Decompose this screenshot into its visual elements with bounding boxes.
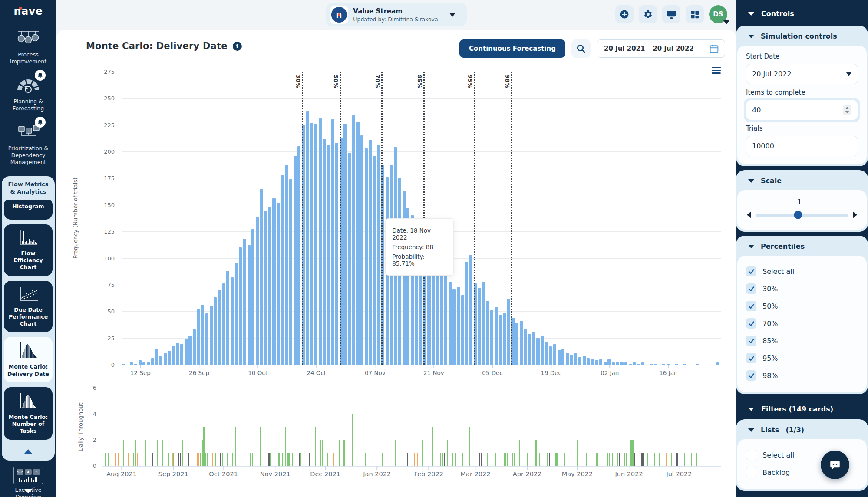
scale-slider[interactable] xyxy=(756,214,848,217)
display-monitor-button[interactable] xyxy=(662,5,680,23)
throughput-bar[interactable] xyxy=(612,453,613,466)
histogram-bar[interactable] xyxy=(188,336,191,365)
throughput-bar[interactable] xyxy=(414,453,415,466)
percentile-98[interactable]: 98% xyxy=(746,367,858,384)
percentile-85[interactable]: 85% xyxy=(746,332,858,349)
throughput-bar[interactable] xyxy=(479,453,480,466)
throughput-bar[interactable] xyxy=(641,453,642,466)
throughput-bar[interactable] xyxy=(123,440,124,466)
throughput-bar[interactable] xyxy=(619,453,620,466)
histogram-bar[interactable] xyxy=(696,364,699,365)
throughput-bar[interactable] xyxy=(630,440,631,466)
histogram-bar[interactable] xyxy=(633,362,636,365)
date-range-input[interactable]: 20 Jul 2021 – 20 Jul 2022 xyxy=(597,39,725,58)
histogram-bar[interactable] xyxy=(419,271,422,365)
throughput-bar[interactable] xyxy=(659,453,660,466)
throughput-bar[interactable] xyxy=(389,440,389,466)
throughput-bar[interactable] xyxy=(691,453,692,466)
percentile-30[interactable]: 30% xyxy=(746,280,858,297)
throughput-bar[interactable] xyxy=(227,453,228,466)
throughput-bar[interactable] xyxy=(555,453,556,466)
histogram-bar[interactable] xyxy=(553,344,556,365)
histogram-bar[interactable] xyxy=(139,360,142,365)
histogram-bar[interactable] xyxy=(641,362,644,365)
checkbox-checked-icon[interactable] xyxy=(746,283,756,294)
histogram-bar[interactable] xyxy=(297,146,300,365)
throughput-bar[interactable] xyxy=(270,453,271,466)
histogram-bar[interactable] xyxy=(164,353,167,365)
throughput-bar[interactable] xyxy=(539,453,540,466)
histogram-bar[interactable] xyxy=(205,313,208,365)
throughput-bar[interactable] xyxy=(327,453,328,466)
histogram-bar[interactable] xyxy=(289,179,292,365)
histogram-bar[interactable] xyxy=(578,357,581,365)
histogram-bar[interactable] xyxy=(528,334,531,365)
checkbox-unchecked-icon[interactable] xyxy=(746,450,756,460)
histogram-bar[interactable] xyxy=(566,353,569,365)
throughput-bar[interactable] xyxy=(250,453,251,466)
settings-gear-button[interactable] xyxy=(639,5,657,23)
histogram-bar[interactable] xyxy=(461,295,464,365)
start-date-select[interactable]: 20 Jul 2022 xyxy=(746,64,858,84)
chat-button[interactable] xyxy=(821,451,849,479)
histogram-bar[interactable] xyxy=(452,289,455,365)
histogram-bar[interactable] xyxy=(486,301,489,365)
histogram-bar[interactable] xyxy=(520,321,523,365)
throughput-bar[interactable] xyxy=(586,453,587,466)
throughput-bar[interactable] xyxy=(422,440,423,466)
histogram-bar[interactable] xyxy=(356,122,359,365)
throughput-bar[interactable] xyxy=(609,453,610,466)
sidebar-chart-histogram[interactable]: Histogram xyxy=(4,198,53,220)
throughput-bar[interactable] xyxy=(252,453,253,466)
throughput-bar[interactable] xyxy=(202,440,203,466)
continuous-forecasting-button[interactable]: Continuous Forecasting xyxy=(459,39,565,58)
throughput-bar[interactable] xyxy=(452,453,453,466)
histogram-bar[interactable] xyxy=(377,145,380,365)
histogram-bar[interactable] xyxy=(583,356,586,365)
throughput-bar[interactable] xyxy=(198,453,199,466)
throughput-bar[interactable] xyxy=(487,453,488,466)
throughput-bar[interactable] xyxy=(172,453,172,466)
throughput-bar[interactable] xyxy=(188,453,189,466)
stepper-arrows-icon[interactable] xyxy=(843,105,851,115)
throughput-bar[interactable] xyxy=(481,453,482,466)
throughput-bar[interactable] xyxy=(634,453,635,466)
histogram-bar[interactable] xyxy=(348,153,351,365)
histogram-bar[interactable] xyxy=(524,329,527,365)
histogram-bar[interactable] xyxy=(294,156,297,365)
histogram-bar[interactable] xyxy=(478,288,481,365)
histogram-bar[interactable] xyxy=(532,332,535,365)
throughput-bar[interactable] xyxy=(135,440,136,466)
throughput-bar[interactable] xyxy=(504,453,505,466)
histogram-bar[interactable] xyxy=(142,362,145,365)
histogram-bar[interactable] xyxy=(440,260,443,365)
throughput-bar[interactable] xyxy=(285,427,286,466)
throughput-bar[interactable] xyxy=(200,453,201,466)
sidebar-chart-monte-carlo-number-of-tasks[interactable]: Monte Carlo: Number of Tasks xyxy=(4,387,53,440)
throughput-bar[interactable] xyxy=(157,440,158,466)
histogram-bar[interactable] xyxy=(365,148,368,365)
throughput-bar[interactable] xyxy=(180,453,181,466)
histogram-bar[interactable] xyxy=(256,217,259,365)
slider-decrease-button[interactable] xyxy=(747,211,751,218)
histogram-bar[interactable] xyxy=(612,362,615,365)
throughput-bar[interactable] xyxy=(541,453,541,466)
throughput-bar[interactable] xyxy=(260,427,261,466)
histogram-bar[interactable] xyxy=(314,124,317,365)
histogram-bar[interactable] xyxy=(147,362,150,365)
throughput-bar[interactable] xyxy=(676,453,677,466)
histogram-bar[interactable] xyxy=(122,364,125,365)
throughput-bar[interactable] xyxy=(322,440,323,466)
histogram-bar[interactable] xyxy=(277,203,280,365)
sidebar-chart-due-date-performance[interactable]: Due Date Performance Chart xyxy=(4,281,53,332)
throughput-bar[interactable] xyxy=(626,453,627,466)
throughput-bar[interactable] xyxy=(432,427,433,466)
apps-grid-button[interactable] xyxy=(686,5,704,23)
throughput-bar[interactable] xyxy=(215,453,216,466)
histogram-bar[interactable] xyxy=(436,267,439,365)
trials-field[interactable] xyxy=(746,136,858,156)
histogram-bar[interactable] xyxy=(268,207,271,365)
checkbox-unchecked-icon[interactable] xyxy=(746,467,756,477)
histogram-bar[interactable] xyxy=(243,239,246,365)
throughput-bar[interactable] xyxy=(395,440,396,466)
